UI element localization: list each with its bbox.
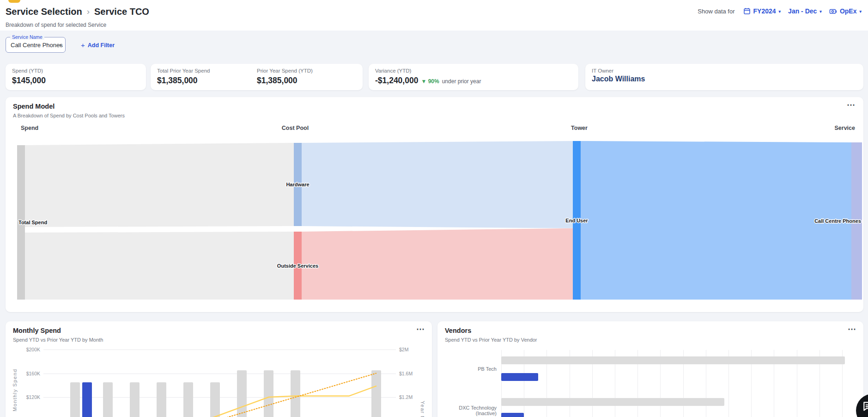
page-subtitle: Breakdown of spend for selected Service bbox=[6, 22, 106, 28]
breadcrumb-service-selection[interactable]: Service Selection bbox=[6, 6, 82, 17]
sankey-link-enduser-service[interactable] bbox=[581, 141, 851, 300]
ytd-line-solid[interactable] bbox=[81, 386, 376, 417]
sankey-node-label: Outside Services bbox=[277, 263, 318, 269]
plus-icon: + bbox=[81, 41, 85, 49]
sankey-chart: Total SpendHardwareOutside ServicesEnd U… bbox=[17, 141, 863, 300]
kpi-value: $1,385,000 bbox=[257, 76, 297, 86]
variance-value-row: -$1,240,000 ▼ 90% under prior year bbox=[375, 76, 481, 86]
vendor-row-label: DXC Technology (Inactive) bbox=[437, 405, 497, 416]
kpi-card-spend-ytd: Spend (YTD) $145,000 bbox=[6, 64, 146, 90]
service-name-value: Call Centre Phones bbox=[11, 42, 63, 49]
variance-value: -$1,240,000 bbox=[375, 76, 418, 86]
sankey-node-label: End User bbox=[565, 218, 588, 223]
vendors-chart: PB TechDXC Technology (Inactive) bbox=[437, 321, 863, 417]
it-owner-value: Jacob Williams bbox=[592, 75, 645, 83]
monthly-spend-chart: $200K$2M$160K$1.6M$120K$1.2MMonthly Spen… bbox=[6, 321, 432, 417]
breadcrumb-service-tco: Service TCO bbox=[94, 6, 149, 17]
spend-model-card: Spend Model A Breakdown of Spend by Cost… bbox=[6, 97, 863, 312]
chevron-down-icon: ▾ bbox=[59, 43, 61, 48]
kpi-value: $1,385,000 bbox=[157, 76, 198, 86]
column-header-spend: Spend bbox=[21, 125, 38, 131]
kpi-value: $145,000 bbox=[12, 76, 46, 86]
month-range-dropdown[interactable]: Jan - Dec ▾ bbox=[788, 7, 822, 15]
sankey-link-hardware-enduser[interactable] bbox=[302, 141, 573, 228]
expense-type-value: OpEx bbox=[840, 7, 857, 15]
service-name-select[interactable]: Service Name Call Centre Phones ▾ bbox=[6, 37, 66, 53]
sankey-node-label: Call Centre Phones bbox=[814, 218, 861, 224]
chevron-down-icon: ▾ bbox=[859, 9, 862, 14]
spend-model-subtitle: A Breakdown of Spend by Cost Pools and T… bbox=[13, 113, 125, 118]
app-logo[interactable] bbox=[8, 0, 20, 3]
sankey-link-total-outside[interactable] bbox=[25, 232, 294, 300]
kpi-label: Total Prior Year Spend bbox=[157, 68, 210, 74]
month-range-value: Jan - Dec bbox=[788, 7, 817, 15]
vendor-bar-current-0[interactable] bbox=[501, 373, 538, 381]
fiscal-year-dropdown[interactable]: FY2024 ▾ bbox=[743, 7, 781, 15]
fiscal-year-value: FY2024 bbox=[753, 7, 776, 15]
kpi-label: Spend (YTD) bbox=[12, 68, 43, 74]
kpi-card-it-owner: IT Owner Jacob Williams bbox=[585, 64, 863, 90]
sankey-link-total-hardware[interactable] bbox=[25, 143, 294, 227]
kpi-label: Prior Year Spend (YTD) bbox=[257, 68, 313, 74]
vendor-bar-prior-0[interactable] bbox=[501, 356, 845, 364]
service-name-label: Service Name bbox=[10, 34, 44, 40]
column-header-service: Service bbox=[835, 125, 855, 131]
variance-percent: ▼ 90% bbox=[421, 78, 439, 85]
chevron-down-icon: ▾ bbox=[779, 9, 781, 14]
app-header: Service Selection › Service TCO Breakdow… bbox=[0, 0, 868, 31]
vendor-row-label: PB Tech bbox=[437, 366, 497, 372]
sankey-node-label: Total Spend bbox=[18, 220, 47, 225]
kpi-label: Variance (YTD) bbox=[375, 68, 411, 74]
chevron-down-icon: ▾ bbox=[819, 9, 822, 14]
show-data-for-label: Show data for bbox=[698, 8, 734, 15]
variance-note: under prior year bbox=[442, 78, 481, 85]
add-filter-button[interactable]: + Add Filter bbox=[81, 41, 115, 49]
vendors-card: Vendors Spend YTD vs Prior Year YTD by V… bbox=[437, 321, 863, 417]
global-filters: Show data for FY2024 ▾ Jan - Dec ▾ OpEx … bbox=[698, 6, 862, 17]
expense-type-dropdown[interactable]: OpEx ▾ bbox=[829, 7, 862, 15]
vendor-bar-current-1[interactable] bbox=[501, 413, 524, 417]
kpi-label: IT Owner bbox=[592, 68, 613, 74]
payments-icon bbox=[829, 8, 837, 15]
add-filter-label: Add Filter bbox=[88, 42, 115, 49]
column-header-tower: Tower bbox=[571, 125, 588, 131]
spend-model-title: Spend Model bbox=[13, 103, 55, 110]
vendor-bar-prior-1[interactable] bbox=[501, 398, 724, 406]
monthly-lines-layer bbox=[6, 321, 432, 417]
kpi-card-prior-year: Total Prior Year Spend $1,385,000 Prior … bbox=[151, 64, 363, 90]
breadcrumb: Service Selection › Service TCO bbox=[6, 6, 149, 17]
monthly-spend-card: Monthly Spend Spend YTD vs Prior Year YT… bbox=[6, 321, 432, 417]
calendar-icon bbox=[743, 7, 751, 15]
overflow-menu-icon[interactable]: ⋯ bbox=[847, 101, 855, 109]
triangle-down-icon: ▼ bbox=[421, 78, 426, 85]
sankey-node-label: Hardware bbox=[286, 182, 309, 187]
ytd-line-dotted[interactable] bbox=[81, 374, 376, 417]
sankey-link-outside-enduser[interactable] bbox=[302, 228, 573, 300]
kpi-card-variance: Variance (YTD) -$1,240,000 ▼ 90% under p… bbox=[369, 64, 578, 90]
chevron-right-icon: › bbox=[87, 6, 90, 17]
chat-icon bbox=[862, 400, 868, 412]
column-header-cost-pool: Cost Pool bbox=[282, 125, 309, 131]
